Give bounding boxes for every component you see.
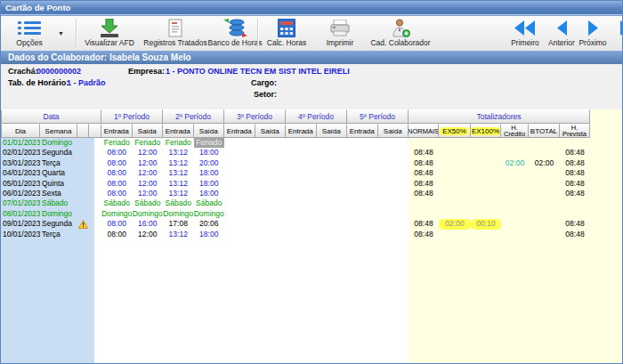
cell-semana[interactable]: Terça <box>40 230 77 239</box>
cell-period[interactable]: 08:00 <box>101 168 133 178</box>
cell-period[interactable]: Feriado <box>163 138 194 148</box>
ultimo-button-partial[interactable] <box>617 18 623 48</box>
cell-total[interactable] <box>501 179 529 189</box>
cell-total[interactable] <box>471 168 501 178</box>
col-header-entrada[interactable]: Entrada <box>224 124 255 138</box>
cell-period[interactable] <box>286 168 317 178</box>
cell-period[interactable]: 20:06 <box>194 219 225 229</box>
col-header-normais[interactable]: NORMAIS <box>409 124 439 138</box>
col-group-periodo-1[interactable]: 1º Período <box>101 109 163 124</box>
cell-semana[interactable]: Domingo <box>40 209 77 219</box>
col-group-totalizadores[interactable]: Totalizadores <box>409 109 590 124</box>
cell-period[interactable] <box>317 198 348 208</box>
cell-period[interactable] <box>378 179 409 189</box>
cell-total[interactable] <box>529 189 560 198</box>
cell-dia[interactable]: 05/01/2023 <box>1 179 40 189</box>
cell-period[interactable] <box>286 230 317 239</box>
cell-period[interactable]: Sábado <box>101 198 133 208</box>
cell-dia[interactable]: 02/01/2023 <box>1 148 40 158</box>
visualizar-afd-button[interactable]: Visualizar AFD <box>81 18 138 48</box>
cell-period[interactable] <box>317 230 348 239</box>
cell-total[interactable] <box>560 209 590 219</box>
cell-period[interactable]: 08:00 <box>101 148 133 158</box>
cell-period[interactable] <box>224 158 255 168</box>
cell-total[interactable] <box>529 138 560 148</box>
cell-period[interactable]: 18:00 <box>194 148 225 158</box>
cell-dia[interactable]: 07/01/2023 <box>1 198 40 208</box>
cell-period[interactable] <box>286 219 317 229</box>
cell-semana[interactable]: Sábado <box>40 198 77 208</box>
cell-period[interactable] <box>286 179 317 189</box>
cell-period[interactable]: 17:08 <box>163 219 194 229</box>
cell-total[interactable] <box>529 168 560 178</box>
cell-period[interactable] <box>224 230 255 239</box>
cell-period[interactable] <box>286 138 317 148</box>
cell-total[interactable]: 08:48 <box>560 219 590 229</box>
cell-semana[interactable]: Segunda <box>40 148 77 158</box>
cell-total[interactable] <box>471 230 501 239</box>
col-header-hprevista[interactable]: H. Prevista <box>560 124 590 138</box>
cell-period[interactable] <box>224 189 255 198</box>
cell-period[interactable] <box>378 148 409 158</box>
cell-total[interactable]: 08:48 <box>409 148 439 158</box>
col-group-periodo-3[interactable]: 3º Período <box>224 109 286 124</box>
cell-period[interactable]: Feriado <box>133 138 164 148</box>
cell-period[interactable] <box>378 198 409 208</box>
cell-total[interactable]: 02:00 <box>439 219 471 229</box>
cell-period[interactable]: Feriado <box>101 138 133 148</box>
cell-total[interactable]: 08:48 <box>409 230 439 239</box>
cell-total[interactable] <box>439 189 471 198</box>
cell-period[interactable]: 13:12 <box>163 230 194 239</box>
cell-dia[interactable]: 03/01/2023 <box>1 158 40 168</box>
cell-total[interactable]: 02:00 <box>501 158 529 168</box>
cell-semana[interactable]: Quinta <box>40 179 77 189</box>
cell-period[interactable]: Domingo <box>163 209 194 219</box>
cell-period[interactable] <box>347 148 378 158</box>
cell-period[interactable] <box>378 168 409 178</box>
cell-period[interactable]: 13:12 <box>163 189 194 198</box>
cell-total[interactable] <box>529 230 560 239</box>
cell-period[interactable] <box>286 148 317 158</box>
cell-period[interactable]: Sábado <box>133 198 164 208</box>
cell-semana[interactable]: Quarta <box>40 168 77 178</box>
cell-period[interactable] <box>347 179 378 189</box>
proximo-button[interactable]: Próximo <box>572 18 613 48</box>
cell-total[interactable]: 08:48 <box>560 158 590 168</box>
cell-period[interactable]: 13:12 <box>163 148 194 158</box>
col-group-periodo-2[interactable]: 2º Período <box>163 109 224 124</box>
cell-period[interactable]: 18:00 <box>194 189 225 198</box>
cell-period[interactable]: 08:00 <box>101 158 133 168</box>
cell-period[interactable]: 12:00 <box>133 230 164 239</box>
cell-total[interactable] <box>439 209 471 219</box>
cell-period[interactable]: 08:00 <box>101 219 133 229</box>
cell-total[interactable] <box>501 219 529 229</box>
cell-period[interactable] <box>347 189 378 198</box>
cell-period[interactable]: Sábado <box>194 198 225 208</box>
cell-semana[interactable]: Segunda <box>40 219 77 229</box>
cell-period[interactable] <box>224 138 255 148</box>
cell-total[interactable] <box>471 148 501 158</box>
cell-semana[interactable]: Terça <box>40 158 77 168</box>
cell-period[interactable]: 18:00 <box>194 168 225 178</box>
cell-period[interactable] <box>378 158 409 168</box>
cell-total[interactable] <box>439 168 471 178</box>
cell-period[interactable] <box>255 198 287 208</box>
cell-period[interactable] <box>378 189 409 198</box>
cell-period[interactable] <box>255 148 287 158</box>
cell-total[interactable]: 08:48 <box>409 158 439 168</box>
cell-period[interactable] <box>224 209 255 219</box>
cell-total[interactable]: 08:48 <box>560 189 590 198</box>
cell-total[interactable] <box>439 158 471 168</box>
cell-total[interactable]: 08:48 <box>409 219 439 229</box>
col-header-dia[interactable]: Dia <box>1 124 40 138</box>
cell-total[interactable] <box>471 138 501 148</box>
cell-total[interactable] <box>439 198 471 208</box>
cell-period[interactable]: 16:00 <box>133 219 164 229</box>
cell-total[interactable] <box>439 138 471 148</box>
cell-period[interactable] <box>255 138 287 148</box>
cell-total[interactable] <box>439 148 471 158</box>
col-header-btotal[interactable]: BTOTAL <box>529 124 560 138</box>
col-header-saida[interactable]: Saída <box>378 124 409 138</box>
col-header-entrada[interactable]: Entrada <box>163 124 194 138</box>
cell-period[interactable] <box>255 189 287 198</box>
